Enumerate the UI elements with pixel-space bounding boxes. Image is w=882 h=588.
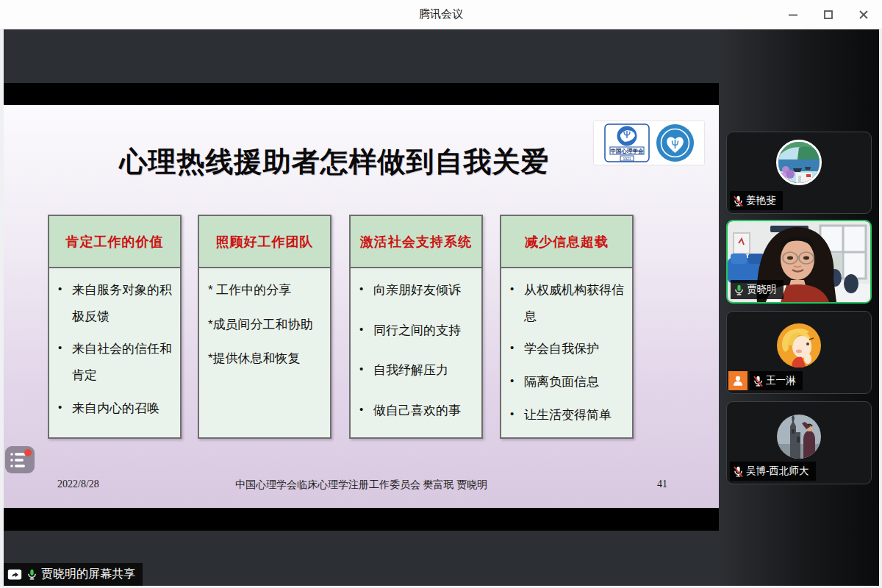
maximize-icon <box>822 9 834 21</box>
participant-name-tag: 王一淋 <box>750 371 803 390</box>
screen-share-text: 贾晓明的屏幕共享 <box>41 567 135 582</box>
participant-name: 王一淋 <box>766 374 796 387</box>
minimize-button[interactable] <box>781 2 806 27</box>
column-reduce-information-overload: 减少信息超载 •从权威机构获得信息 •学会自我保护 •隔离负面信息 •让生活变得… <box>500 215 634 439</box>
list-item: •自我纾解压力 <box>359 357 474 384</box>
shared-screen-area: 心理热线援助者怎样做到自我关爱 中国心理学会 1921 <box>4 29 719 586</box>
message-list-icon <box>5 446 35 473</box>
svg-text:1921: 1921 <box>623 157 631 161</box>
list-item: •隔离负面信息 <box>510 369 625 395</box>
list-item: •来自内心的召唤 <box>58 395 173 422</box>
slide-columns: 肯定工作的价值 •来自服务对象的积极反馈 •来自社会的信任和肯定 •来自内心的召… <box>48 215 675 439</box>
screen-share-icon <box>7 567 23 583</box>
avatar <box>777 323 821 368</box>
minimize-icon <box>787 9 799 21</box>
column-activate-social-support: 激活社会支持系统 •向亲朋好友倾诉 •同行之间的支持 •自我纾解压力 •做自己喜… <box>349 215 483 439</box>
column-header: 照顾好工作团队 <box>199 216 330 268</box>
footer-page-number: 41 <box>657 478 667 490</box>
participant-name-tag: 吴博-西北师大 <box>730 462 816 481</box>
participants-sidebar: 姜艳斐 <box>719 29 879 586</box>
close-button[interactable] <box>851 2 876 27</box>
participant-tile[interactable]: 姜艳斐 <box>726 132 872 214</box>
chinese-psychological-society-logo: 中国心理学会 1921 <box>604 123 650 162</box>
participant-tile[interactable]: 王一淋 <box>726 311 872 394</box>
participant-name: 吴博-西北师大 <box>746 465 809 478</box>
list-item: *成员间分工和协助 <box>208 312 323 339</box>
column-care-for-team: 照顾好工作团队 * 工作中的分享 *成员间分工和协助 *提供休息和恢复 <box>198 215 331 439</box>
scenery-avatar-image <box>778 142 820 183</box>
list-item: •做自己喜欢的事 <box>359 398 474 424</box>
svg-text:中国心理学会: 中国心理学会 <box>610 148 644 154</box>
avatar <box>776 140 822 185</box>
participant-tile[interactable]: 吴博-西北师大 <box>726 401 872 484</box>
close-icon <box>858 9 870 21</box>
letterbox-top <box>4 83 719 105</box>
column-affirm-work-value: 肯定工作的价值 •来自服务对象的积极反馈 •来自社会的信任和肯定 •来自内心的召… <box>48 215 182 439</box>
participant-name-tag: 贾晓明 <box>731 280 784 299</box>
microphone-muted-icon <box>752 375 764 387</box>
participant-name: 贾晓明 <box>747 283 777 296</box>
person-icon <box>731 374 745 387</box>
window-titlebar: 腾讯会议 <box>0 0 882 29</box>
list-item: •让生活变得简单 <box>510 402 625 429</box>
list-item: •学会自我保护 <box>510 336 625 362</box>
column-header: 肯定工作的价值 <box>49 216 180 268</box>
organization-logos: 中国心理学会 1921 <box>594 121 704 165</box>
slide-footer: 中国心理学会临床心理学注册工作委员会 樊富珉 贾晓明 2022/8/28 41 <box>4 478 719 495</box>
list-item: •来自服务对象的积极反馈 <box>58 277 173 329</box>
participant-tile-active-speaker[interactable]: 贾晓明 <box>726 220 872 304</box>
list-item: •从权威机构获得信息 <box>510 277 625 329</box>
participant-name: 姜艳斐 <box>746 194 776 207</box>
footer-date: 2022/8/28 <box>57 478 99 490</box>
list-item: * 工作中的分享 <box>208 277 323 304</box>
microphone-on-icon <box>26 568 38 581</box>
window-title: 腾讯会议 <box>419 7 463 21</box>
slide-title: 心理热线援助者怎样做到自我关爱 <box>33 143 636 181</box>
microphone-on-icon <box>733 284 745 296</box>
cartoon-avatar-image <box>777 323 821 368</box>
notification-dot <box>24 449 32 456</box>
letterbox-bottom <box>4 508 719 531</box>
chat-panel-button[interactable] <box>5 446 35 473</box>
list-item: •来自社会的信任和肯定 <box>58 336 173 388</box>
photo-avatar-image <box>777 415 821 459</box>
participant-name-tag: 姜艳斐 <box>730 191 783 210</box>
microphone-muted-icon <box>732 465 745 478</box>
maximize-button[interactable] <box>816 2 841 27</box>
footer-organization: 中国心理学会临床心理学注册工作委员会 樊富珉 贾晓明 <box>4 478 719 492</box>
list-item: •同行之间的支持 <box>359 318 474 344</box>
screen-share-banner: 贾晓明的屏幕共享 <box>4 563 143 586</box>
microphone-muted-icon <box>732 195 745 207</box>
list-item: •向亲朋好友倾诉 <box>359 277 474 304</box>
person-badge <box>728 371 747 390</box>
column-header: 减少信息超载 <box>501 216 632 268</box>
avatar <box>777 415 821 459</box>
presentation-slide: 心理热线援助者怎样做到自我关爱 中国心理学会 1921 <box>4 105 719 508</box>
column-header: 激活社会支持系统 <box>351 216 481 268</box>
list-item: *提供休息和恢复 <box>208 345 323 373</box>
clinical-registration-committee-logo <box>656 123 695 162</box>
